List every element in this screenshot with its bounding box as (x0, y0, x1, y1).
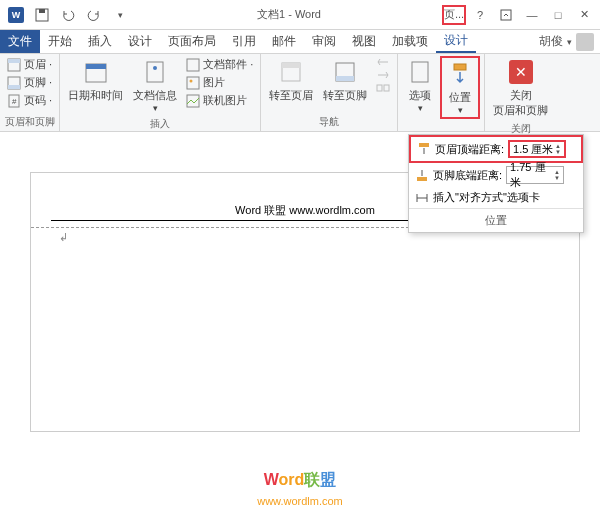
svg-rect-24 (454, 64, 466, 70)
help-icon[interactable]: ? (468, 5, 492, 25)
tab-layout[interactable]: 页面布局 (160, 30, 224, 53)
goto-header-button[interactable]: 转至页眉 (265, 56, 317, 105)
header-button[interactable]: 页眉 · (4, 56, 55, 73)
svg-rect-18 (282, 63, 300, 68)
maximize-icon[interactable]: □ (546, 5, 570, 25)
tab-design[interactable]: 设计 (120, 30, 160, 53)
svg-rect-1 (39, 9, 45, 13)
online-picture-button[interactable]: 联机图片 (183, 92, 256, 109)
footer-button[interactable]: 页脚 · (4, 74, 55, 91)
tab-addins[interactable]: 加载项 (384, 30, 436, 53)
picture-button[interactable]: 图片 (183, 74, 256, 91)
tab-header-footer-design[interactable]: 设计 (436, 30, 476, 53)
tab-view[interactable]: 视图 (344, 30, 384, 53)
header-distance-icon (417, 142, 431, 156)
user-area[interactable]: 胡俊 ▾ (533, 30, 600, 53)
spinner-icon[interactable]: ▲▼ (555, 143, 561, 155)
undo-icon[interactable] (58, 5, 78, 25)
position-button[interactable]: 位置▾ (440, 56, 480, 119)
close-header-footer-button[interactable]: ✕关闭页眉和页脚 (489, 56, 552, 120)
svg-rect-21 (377, 85, 382, 91)
svg-rect-13 (187, 59, 199, 71)
tab-file[interactable]: 文件 (0, 30, 40, 53)
svg-rect-14 (187, 77, 199, 89)
avatar-icon (576, 33, 594, 51)
close-window-icon[interactable]: ✕ (572, 5, 596, 25)
position-dropdown: 页眉顶端距离: 1.5 厘米▲▼ 页脚底端距离: 1.75 厘米▲▼ 插入"对齐… (408, 134, 584, 233)
user-name: 胡俊 (539, 33, 563, 50)
spinner-icon[interactable]: ▲▼ (554, 169, 560, 181)
svg-point-15 (190, 79, 193, 82)
page-ribbon-button[interactable]: 页... (442, 5, 466, 25)
tab-insert[interactable]: 插入 (80, 30, 120, 53)
title-bar: W ▾ 文档1 - Word 页... ? — □ ✕ (0, 0, 600, 30)
footer-bottom-label: 页脚底端距离: (433, 168, 502, 183)
svg-rect-23 (412, 62, 428, 82)
goto-footer-button[interactable]: 转至页脚 (319, 56, 371, 105)
group-close: ✕关闭页眉和页脚 关闭 (485, 54, 556, 131)
quick-access-toolbar: W ▾ (0, 5, 136, 25)
svg-rect-2 (501, 10, 511, 20)
svg-rect-25 (419, 143, 429, 147)
group-navigation: 转至页眉 转至页脚 导航 (261, 54, 398, 131)
svg-rect-22 (384, 85, 389, 91)
insert-alignment-tab-row[interactable]: 插入"对齐方式"选项卡 (409, 187, 583, 208)
svg-rect-10 (86, 64, 106, 69)
footer-distance-icon (415, 168, 429, 182)
group-insert: 日期和时间 文档信息▾ 文档部件 · 图片 联机图片 插入 (60, 54, 261, 131)
tab-references[interactable]: 引用 (224, 30, 264, 53)
tab-home[interactable]: 开始 (40, 30, 80, 53)
ribbon-display-icon[interactable] (494, 5, 518, 25)
footer-bottom-distance-row[interactable]: 页脚底端距离: 1.75 厘米▲▼ (409, 163, 583, 187)
group-label: 插入 (64, 115, 256, 131)
alignment-tab-icon (415, 191, 429, 205)
doc-info-button[interactable]: 文档信息▾ (129, 56, 181, 115)
options-button[interactable]: 选项▾ (402, 56, 438, 115)
svg-rect-26 (417, 177, 427, 181)
link-prev-icon (373, 82, 393, 94)
svg-rect-6 (8, 85, 20, 89)
word-app-icon: W (6, 5, 26, 25)
header-top-label: 页眉顶端距离: (435, 142, 504, 157)
ribbon: 页眉 · 页脚 · #页码 · 页眉和页脚 日期和时间 文档信息▾ 文档部件 ·… (0, 54, 600, 132)
header-top-input[interactable]: 1.5 厘米▲▼ (508, 140, 566, 158)
alignment-tab-label: 插入"对齐方式"选项卡 (433, 190, 540, 205)
svg-text:#: # (12, 97, 17, 106)
group-options-position: 选项▾ 位置▾ (398, 54, 485, 131)
nav-prev-icon (373, 56, 393, 68)
watermark-url: www.wordlm.com (257, 495, 343, 507)
header-top-distance-row[interactable]: 页眉顶端距离: 1.5 厘米▲▼ (409, 135, 583, 163)
nav-next-icon (373, 69, 393, 81)
dropdown-footer-label: 位置 (409, 208, 583, 232)
ribbon-tabs: 文件 开始 插入 设计 页面布局 引用 邮件 审阅 视图 加载项 设计 胡俊 ▾ (0, 30, 600, 54)
svg-rect-4 (8, 59, 20, 63)
save-icon[interactable] (32, 5, 52, 25)
minimize-icon[interactable]: — (520, 5, 544, 25)
svg-rect-16 (187, 95, 199, 107)
tab-review[interactable]: 审阅 (304, 30, 344, 53)
svg-point-12 (153, 66, 157, 70)
date-time-button[interactable]: 日期和时间 (64, 56, 127, 105)
doc-parts-button[interactable]: 文档部件 · (183, 56, 256, 73)
watermark: Word联盟 www.wordlm.com (0, 470, 600, 509)
group-label (402, 127, 480, 129)
group-header-footer: 页眉 · 页脚 · #页码 · 页眉和页脚 (0, 54, 60, 131)
group-label: 页眉和页脚 (4, 113, 55, 129)
window-title: 文档1 - Word (136, 7, 442, 22)
page-number-button[interactable]: #页码 · (4, 92, 55, 109)
footer-bottom-input[interactable]: 1.75 厘米▲▼ (506, 166, 564, 184)
svg-rect-20 (336, 76, 354, 81)
window-controls: 页... ? — □ ✕ (442, 5, 600, 25)
qat-customize-icon[interactable]: ▾ (110, 5, 130, 25)
group-label: 导航 (265, 113, 393, 129)
svg-rect-11 (147, 62, 163, 82)
tab-mailings[interactable]: 邮件 (264, 30, 304, 53)
redo-icon[interactable] (84, 5, 104, 25)
paragraph-mark-icon: ↲ (59, 231, 68, 244)
